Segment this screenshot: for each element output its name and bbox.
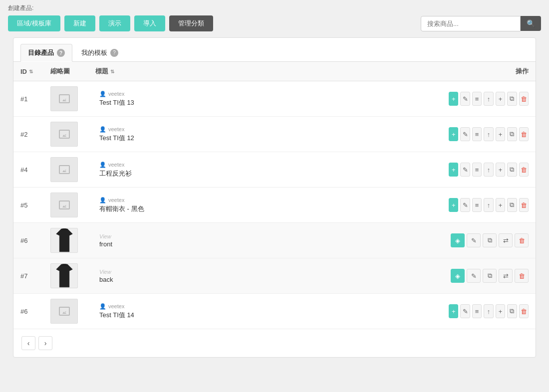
btn-region[interactable]: 區域/模板庫 xyxy=(8,15,60,31)
table-header: ID ⇅ 縮略圖 標題 ⇅ 操作 xyxy=(13,62,536,81)
row-id: #5 xyxy=(20,201,50,209)
delete-button[interactable]: 🗑 xyxy=(515,233,529,247)
table-row: #7 View back ◈ ✎ ⧉ ⇄ 🗑 xyxy=(13,258,536,294)
add-button[interactable]: + xyxy=(449,92,458,106)
copy-button[interactable]: ⧉ xyxy=(507,127,517,141)
col-thumb-header: 縮略圖 xyxy=(50,67,95,76)
tab-mytemplate-label: 我的模板 xyxy=(81,48,107,57)
upload-button[interactable]: ↑ xyxy=(484,127,493,141)
copy-button[interactable]: ⧉ xyxy=(507,198,517,212)
delete-button[interactable]: 🗑 xyxy=(519,127,529,141)
filter-button[interactable]: ≡ xyxy=(472,198,482,212)
prev-page-button[interactable]: ‹ xyxy=(21,336,35,350)
upload-button[interactable]: ↑ xyxy=(484,198,493,212)
title-sort-icon: ⇅ xyxy=(110,69,114,74)
col-actions-header: 操作 xyxy=(449,67,529,76)
row-id: #2 xyxy=(20,131,50,138)
tab-catalog-help[interactable]: ? xyxy=(57,49,65,57)
row-author: 👤 veetex xyxy=(99,91,449,97)
edit-button[interactable]: ✎ xyxy=(460,92,470,106)
plus-button[interactable]: + xyxy=(496,304,505,318)
row-info: 👤 veetex Test TI值 13 xyxy=(95,91,449,107)
table-row: #5 👤 veetex 有帽衛衣 - 黑色 + ✎ ≡ ↑ + ⧉ 🗑 xyxy=(13,188,536,223)
image-placeholder-icon xyxy=(58,164,70,176)
id-sort-icon: ⇅ xyxy=(29,69,33,74)
delete-button[interactable]: 🗑 xyxy=(515,269,529,283)
image-placeholder-icon xyxy=(58,305,70,317)
edit-button[interactable]: ✎ xyxy=(460,163,470,177)
plus-button[interactable]: + xyxy=(496,127,505,141)
edit-button[interactable]: ✎ xyxy=(467,269,481,283)
edit-button[interactable]: ✎ xyxy=(467,233,481,247)
tab-catalog[interactable]: 目錄產品 ? xyxy=(20,44,72,62)
delete-button[interactable]: 🗑 xyxy=(519,198,529,212)
search-button[interactable]: 🔍 xyxy=(521,16,541,31)
row-info: 👤 veetex Test TI值 14 xyxy=(95,303,449,320)
user-icon: 👤 xyxy=(99,303,106,310)
link-button[interactable]: ⇄ xyxy=(499,233,513,247)
upload-button[interactable]: ↑ xyxy=(484,92,493,106)
row-author: 👤 veetex xyxy=(99,162,449,168)
btn-import[interactable]: 導入 xyxy=(134,15,165,31)
edit-button[interactable]: ✎ xyxy=(460,304,470,318)
add-button[interactable]: + xyxy=(449,127,458,141)
row-thumbnail xyxy=(50,193,78,217)
tab-mytemplate[interactable]: 我的模板 ? xyxy=(74,44,125,61)
user-icon: 👤 xyxy=(99,197,106,203)
row-thumbnail xyxy=(50,299,78,324)
row-title: front xyxy=(99,240,449,248)
copy-button[interactable]: ⧉ xyxy=(507,163,517,177)
row-author: View xyxy=(99,269,449,275)
table-row: #6 View front ◈ ✎ ⧉ ⇄ 🗑 xyxy=(13,223,536,258)
btn-demo[interactable]: 演示 xyxy=(99,15,130,31)
row-thumbnail xyxy=(50,263,78,288)
row-id: #6 xyxy=(20,237,50,244)
search-input[interactable] xyxy=(421,16,521,31)
row-thumbnail xyxy=(50,157,78,182)
plus-button[interactable]: + xyxy=(496,163,505,177)
add-button[interactable]: + xyxy=(449,163,458,177)
user-icon: 👤 xyxy=(99,126,106,133)
edit-button[interactable]: ✎ xyxy=(460,127,470,141)
btn-manage[interactable]: 管理分類 xyxy=(169,15,213,31)
row-author: View xyxy=(99,233,449,239)
row-author: 👤 veetex xyxy=(99,197,449,203)
row-actions: ◈ ✎ ⧉ ⇄ 🗑 xyxy=(449,233,529,247)
filter-button[interactable]: ≡ xyxy=(472,163,482,177)
copy-button[interactable]: ⧉ xyxy=(507,304,517,318)
row-actions: + ✎ ≡ ↑ + ⧉ 🗑 xyxy=(449,163,529,177)
filter-button[interactable]: ≡ xyxy=(472,92,482,106)
table-row: #1 👤 veetex Test TI值 13 + ✎ ≡ ↑ + ⧉ 🗑 xyxy=(13,81,536,117)
plus-button[interactable]: + xyxy=(496,92,505,106)
add-button[interactable]: + xyxy=(449,304,458,318)
col-id-header: ID ⇅ xyxy=(20,68,50,75)
upload-button[interactable]: ↑ xyxy=(484,163,493,177)
image-placeholder-icon xyxy=(58,93,70,105)
delete-button[interactable]: 🗑 xyxy=(519,92,529,106)
row-info: 👤 veetex Test TI值 12 xyxy=(95,126,449,143)
copy-button[interactable]: ⧉ xyxy=(507,92,517,106)
plus-button[interactable]: + xyxy=(496,198,505,212)
edit-button[interactable]: ✎ xyxy=(460,198,470,212)
row-title: 工程反光衫 xyxy=(99,169,449,178)
col-title-header: 標題 ⇅ xyxy=(95,67,449,76)
delete-button[interactable]: 🗑 xyxy=(519,304,529,318)
link-button[interactable]: ⇄ xyxy=(499,269,513,283)
row-title: Test TI值 12 xyxy=(99,134,449,143)
row-title: 有帽衛衣 - 黑色 xyxy=(99,204,449,213)
add-button[interactable]: + xyxy=(449,198,458,212)
image-placeholder-icon xyxy=(58,128,70,140)
next-page-button[interactable]: › xyxy=(38,336,52,350)
layer-button[interactable]: ◈ xyxy=(451,233,465,247)
row-info: 👤 veetex 有帽衛衣 - 黑色 xyxy=(95,197,449,213)
copy-button[interactable]: ⧉ xyxy=(483,233,497,247)
upload-button[interactable]: ↑ xyxy=(484,304,493,318)
toolbar: 區域/模板庫 新建 演示 導入 管理分類 🔍 xyxy=(8,15,541,31)
btn-new[interactable]: 新建 xyxy=(64,15,95,31)
filter-button[interactable]: ≡ xyxy=(472,127,482,141)
layer-button[interactable]: ◈ xyxy=(451,269,465,283)
copy-button[interactable]: ⧉ xyxy=(483,269,497,283)
tab-mytemplate-help[interactable]: ? xyxy=(110,49,118,57)
delete-button[interactable]: 🗑 xyxy=(519,163,529,177)
filter-button[interactable]: ≡ xyxy=(472,304,482,318)
